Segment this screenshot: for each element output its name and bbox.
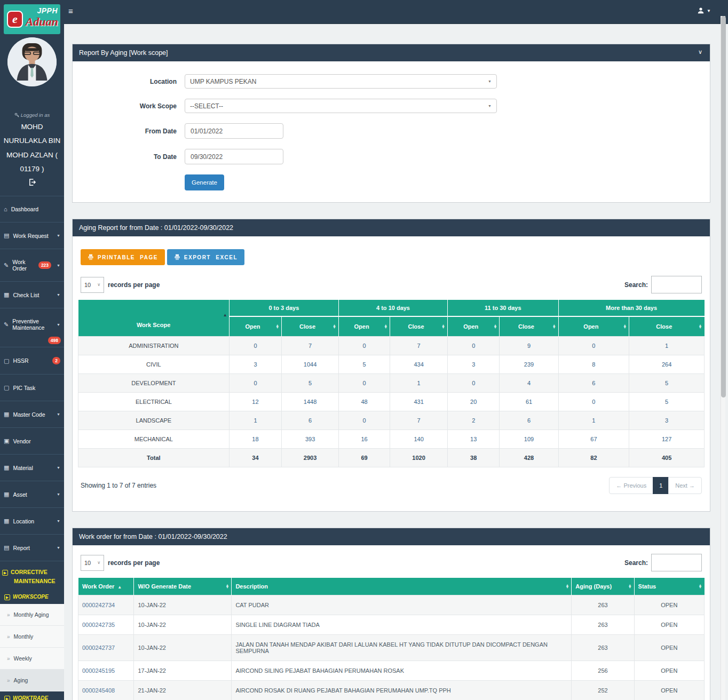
column-header-work-order[interactable]: Work Order▲ (78, 578, 134, 595)
column-header-close[interactable]: Close▲▼ (282, 316, 339, 337)
sidebar-subitem-workscope-weekly[interactable]: »Weekly (0, 648, 64, 670)
generate-button[interactable]: Generate (185, 174, 224, 190)
pagination-previous[interactable]: ← Previous (609, 477, 653, 494)
sidebar-group-worktrade[interactable]: ▶WORKTRADE (0, 691, 64, 700)
workorder-panel-title: Work order for from Date : 01/01/2022-09… (79, 533, 227, 540)
column-header-open[interactable]: Open▲▼ (338, 316, 390, 337)
from-date-input[interactable]: 01/01/2022 (185, 123, 283, 139)
sidebar-group-label: WORKSCOPE (13, 594, 49, 600)
work-order-link[interactable]: 0000245195 (78, 661, 134, 681)
workorder-search-input[interactable] (651, 554, 702, 571)
sidebar-group-workscope[interactable]: ▶WORKSCOPE (0, 590, 64, 604)
app-logo[interactable]: e JPPH Aduan (4, 4, 60, 34)
sidebar-item-report[interactable]: ▤Report▼ (0, 535, 64, 561)
records-per-page-select[interactable]: 10 ∨ (81, 277, 104, 293)
column-header-close[interactable]: Close▲▼ (390, 316, 448, 337)
workscope-select[interactable]: --SELECT-- ▼ (185, 99, 497, 113)
value-cell: 0 (448, 337, 500, 355)
scrollbar-thumb[interactable] (721, 16, 726, 397)
sort-icon: ▲▼ (623, 324, 627, 329)
records-per-page-select[interactable]: 10 ∨ (81, 555, 104, 571)
value-cell: 1020 (390, 449, 448, 467)
sidebar-item-work-order[interactable]: ✎Work Order223▼ (0, 249, 64, 282)
truck-icon: ▣ (4, 438, 9, 444)
pagination-page-1[interactable]: 1 (653, 477, 669, 494)
sort-icon: ▲▼ (441, 324, 445, 329)
sort-icon: ▲▼ (565, 584, 569, 588)
value-cell: 5 (338, 355, 390, 374)
scrollbar-track[interactable] (721, 16, 725, 700)
home-icon: ⌂ (4, 206, 7, 212)
value-cell: 61 (500, 393, 558, 411)
records-per-page-label: records per page (108, 559, 160, 567)
sidebar-item-label: Work Order (12, 259, 35, 272)
sidebar-item-work-request[interactable]: ▤Work Request▼ (0, 222, 64, 249)
filter-panel-header: Report By Aging [Work scope] ∨ (73, 44, 710, 61)
column-header-aging-days[interactable]: Aging (Days)▲▼ (572, 578, 634, 595)
filter-panel-title: Report By Aging [Work scope] (79, 49, 168, 57)
location-select[interactable]: UMP KAMPUS PEKAN ▼ (185, 74, 497, 89)
chevron-down-icon: ▼ (57, 323, 60, 327)
showing-entries-text: Showing 1 to 7 of 7 entries (81, 482, 156, 489)
search-label: Search: (624, 281, 648, 289)
work-order-link[interactable]: 0000242734 (78, 595, 134, 615)
status-cell: OPEN (634, 635, 704, 661)
sidebar-item-asset[interactable]: ▦Asset▼ (0, 481, 64, 508)
column-header-open[interactable]: Open▲▼ (558, 316, 629, 337)
double-chevron-icon: » (7, 656, 10, 662)
sidebar-item-preventive-maintenance[interactable]: ✎Preventive Maintenance▼498 (0, 308, 64, 347)
workorder-row: 000024273410-JAN-22CAT PUDAR263OPEN (78, 595, 705, 615)
value-cell: 434 (390, 355, 448, 374)
aging-days-cell: 263 (572, 595, 634, 615)
sidebar-item-hssr[interactable]: ▢HSSR2 (0, 347, 64, 375)
logout-icon[interactable] (0, 178, 64, 188)
printer-icon (174, 254, 180, 260)
grid-icon: ▦ (4, 464, 9, 471)
user-menu[interactable]: ▼ (697, 7, 711, 14)
export-excel-button[interactable]: EXPORT EXCEL (167, 249, 244, 265)
description-cell: JALAN DAN TANAH MENDAP AKIBAT DARI LALUA… (232, 635, 572, 661)
chevron-down-icon: ▼ (57, 519, 60, 523)
value-cell: 140 (390, 430, 448, 449)
hamburger-menu-icon[interactable]: ≡ (68, 6, 73, 15)
sidebar-item-master-code[interactable]: ▦Master Code▼ (0, 401, 64, 428)
value-cell: 5 (629, 374, 705, 393)
value-cell: 3 (629, 411, 705, 430)
sidebar-subitem-workscope-monthly-aging[interactable]: »Monthly Aging (0, 604, 64, 626)
to-date-input[interactable]: 09/30/2022 (185, 149, 283, 164)
column-header-work-scope[interactable]: Work Scope▲ (78, 300, 230, 337)
sidebar-item-check-list[interactable]: ▦Check List▼ (0, 282, 64, 308)
column-header-open[interactable]: Open▲▼ (448, 316, 500, 337)
work-order-link[interactable]: 0000242737 (78, 635, 134, 661)
status-cell: OPEN (634, 681, 704, 700)
column-header-generate-date[interactable]: W/O Generate Date▲▼ (134, 578, 232, 595)
sidebar-subitem-workscope-monthly[interactable]: »Monthly (0, 626, 64, 648)
sidebar-item-pic-task[interactable]: ▢PIC Task (0, 375, 64, 401)
pagination-next[interactable]: Next → (668, 477, 702, 494)
sidebar-subitem-workscope-aging[interactable]: »Aging (0, 670, 64, 691)
sidebar-item-label: Location (13, 518, 34, 524)
column-header-description[interactable]: Description▲▼ (232, 578, 572, 595)
aging-panel-title: Aging Report for from Date : 01/01/2022-… (79, 224, 233, 232)
sidebar-item-vendor[interactable]: ▣Vendor (0, 428, 64, 455)
column-header-close[interactable]: Close▲▼ (629, 316, 705, 337)
edit-icon: ✎ (4, 321, 9, 328)
column-header-open[interactable]: Open▲▼ (229, 316, 282, 337)
work-order-link[interactable]: 0000242735 (78, 615, 134, 635)
chevron-down-icon: ▼ (57, 466, 60, 470)
collapse-icon[interactable]: ∨ (698, 49, 702, 55)
sidebar-item-location[interactable]: ▦Location▼ (0, 508, 64, 535)
value-cell: 1 (558, 411, 629, 430)
aging-search-input[interactable] (651, 276, 702, 293)
group-header-11-30-days: 11 to 30 days (448, 300, 559, 316)
description-cell: CAT PUDAR (232, 595, 572, 615)
work-order-link[interactable]: 0000245408 (78, 681, 134, 700)
value-cell: 6 (282, 411, 339, 430)
aging-table-row: DEVELOPMENT05010465 (78, 374, 705, 393)
sidebar-item-material[interactable]: ▦Material▼ (0, 455, 64, 481)
sidebar-item-corrective-maintenance[interactable]: ▶CORRECTIVE MAINTENANCE (0, 561, 64, 590)
printable-page-button[interactable]: PRINTABLE PAGE (81, 249, 165, 265)
column-header-close[interactable]: Close▲▼ (500, 316, 558, 337)
column-header-status[interactable]: Status▲▼ (634, 578, 704, 595)
sidebar-item-dashboard[interactable]: ⌂Dashboard (0, 196, 64, 222)
